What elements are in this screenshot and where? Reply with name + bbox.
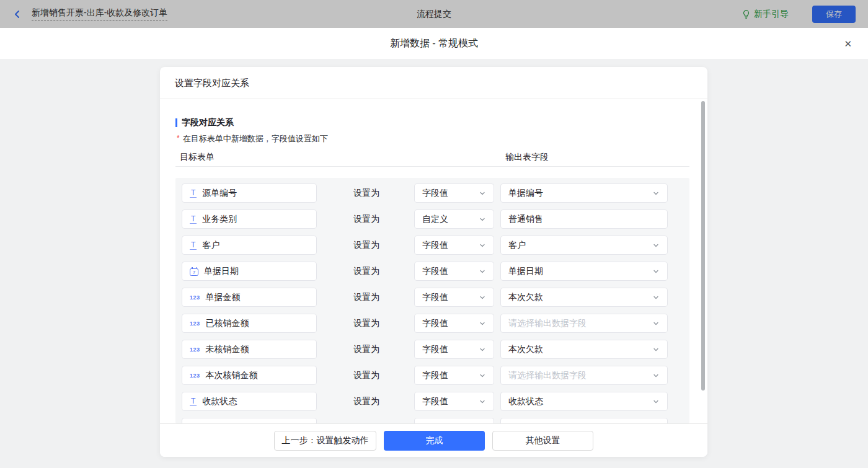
- target-field-label: 单据日期: [204, 266, 239, 277]
- beginner-guide-label: 新手引导: [754, 9, 789, 20]
- target-field-box[interactable]: 123 已核销金额: [182, 314, 317, 333]
- target-field-box[interactable]: 123 单据金额: [182, 288, 317, 307]
- target-field-label: 业务类别: [202, 214, 237, 225]
- value-mode-select[interactable]: 自定义: [414, 210, 494, 229]
- field-mapping-row: T 收款状态 设置为 字段值 收款状态: [182, 392, 689, 411]
- field-type-text-icon: T: [190, 215, 197, 224]
- set-as-label: 设置为: [353, 214, 379, 225]
- done-button[interactable]: 完成: [384, 431, 485, 451]
- add-data-modal: 新增数据 - 常规模式 ✕ 设置字段对应关系 字段对应关系 *在目标表单中新增数…: [0, 28, 868, 468]
- set-as-label: 设置为: [353, 396, 379, 407]
- field-type-text-icon: T: [190, 241, 197, 250]
- field-mapping-row: 7 单据日期 设置为 字段值 单据日期: [182, 262, 689, 281]
- output-field-text: 收款状态: [508, 396, 652, 407]
- flow-submit-label: 流程提交: [417, 9, 451, 20]
- section-accent-bar: [175, 118, 177, 127]
- target-field-box[interactable]: 123 本次核销金额: [182, 366, 317, 385]
- value-mode-select[interactable]: 字段值: [414, 340, 494, 359]
- mapping-note: *在目标表单中新增数据，字段值设置如下: [177, 133, 328, 144]
- output-field-select[interactable]: [500, 418, 668, 423]
- chevron-down-icon: [479, 320, 486, 327]
- value-mode-select[interactable]: 字段值: [414, 183, 494, 203]
- output-field-select[interactable]: 客户: [500, 236, 668, 255]
- value-mode-text: 字段值: [422, 396, 479, 407]
- output-field-text: 请选择输出数据字段: [508, 318, 652, 329]
- target-field-box[interactable]: 123 未核销金额: [182, 340, 317, 359]
- top-bar: 新增销售开票-出库-收款及修改订单 流程提交 新手引导 保存: [0, 0, 868, 28]
- field-type-number-icon: 123: [190, 373, 200, 379]
- card-title: 设置字段对应关系: [160, 67, 707, 99]
- target-field-label: 本次核销金额: [206, 370, 258, 381]
- chevron-down-icon: [652, 346, 660, 353]
- chevron-down-icon: [479, 242, 486, 249]
- output-field-text: 单据日期: [508, 266, 652, 277]
- section-title: 字段对应关系: [175, 117, 234, 128]
- field-mapping-card: 设置字段对应关系 字段对应关系 *在目标表单中新增数据，字段值设置如下 目标表单…: [160, 67, 707, 457]
- value-mode-text: 字段值: [422, 344, 479, 355]
- chevron-down-icon: [652, 398, 660, 405]
- output-field-select[interactable]: 单据日期: [500, 262, 668, 281]
- output-field-select[interactable]: 普通销售: [500, 210, 668, 229]
- rows-panel: T 源单编号 设置为 字段值 单据编号 T 业务类别 设置为 自定义: [175, 178, 689, 423]
- other-settings-button[interactable]: 其他设置: [492, 431, 593, 451]
- target-field-label: 收款状态: [202, 396, 237, 407]
- set-as-label: 设置为: [353, 344, 379, 355]
- target-field-box[interactable]: T 源单编号: [182, 183, 317, 203]
- scrollbar[interactable]: [701, 101, 705, 391]
- close-icon[interactable]: ✕: [844, 39, 852, 48]
- target-field-box[interactable]: T 客户: [182, 236, 317, 255]
- output-field-select[interactable]: 本次欠款: [500, 288, 668, 307]
- field-type-number-icon: 123: [190, 320, 200, 327]
- target-field-label: 未核销金额: [206, 344, 249, 355]
- target-field-box[interactable]: T 收款状态: [182, 392, 317, 411]
- beginner-guide-button[interactable]: 新手引导: [742, 9, 789, 20]
- modal-header: 新增数据 - 常规模式 ✕: [0, 28, 868, 59]
- target-field-box[interactable]: [182, 418, 317, 423]
- chevron-down-icon: [479, 294, 486, 301]
- set-as-label: 设置为: [353, 318, 379, 329]
- chevron-down-icon: [652, 242, 660, 249]
- value-mode-select[interactable]: 字段值: [414, 392, 494, 411]
- flow-title[interactable]: 新增销售开票-出库-收款及修改订单: [32, 7, 167, 21]
- target-field-box[interactable]: T 业务类别: [182, 210, 317, 229]
- output-field-select[interactable]: 请选择输出数据字段: [500, 314, 668, 333]
- value-mode-select[interactable]: 字段值: [414, 314, 494, 333]
- value-mode-text: 字段值: [422, 266, 479, 277]
- chevron-down-icon: [479, 346, 486, 353]
- target-field-box[interactable]: 7 单据日期: [182, 262, 317, 281]
- field-type-date-icon: 7: [190, 268, 198, 276]
- value-mode-text: 自定义: [422, 214, 479, 225]
- value-mode-text: 字段值: [422, 370, 479, 381]
- value-mode-select[interactable]: 字段值: [414, 366, 494, 385]
- prev-step-button[interactable]: 上一步：设置触发动作: [274, 431, 376, 451]
- output-field-select[interactable]: 本次欠款: [500, 340, 668, 359]
- chevron-down-icon: [652, 190, 660, 197]
- output-field-text: 客户: [508, 240, 652, 251]
- save-button[interactable]: 保存: [812, 6, 856, 23]
- output-field-select[interactable]: 请选择输出数据字段: [500, 366, 668, 385]
- field-mapping-row: T 业务类别 设置为 自定义 普通销售: [182, 210, 689, 229]
- value-mode-select[interactable]: [414, 418, 494, 423]
- output-field-text: 普通销售: [508, 214, 660, 225]
- chevron-down-icon: [479, 190, 486, 197]
- column-header-target-form: 目标表单: [180, 152, 215, 163]
- set-as-label: 设置为: [353, 292, 379, 303]
- output-field-select[interactable]: 收款状态: [500, 392, 668, 411]
- value-mode-select[interactable]: 字段值: [414, 262, 494, 281]
- chevron-down-icon: [479, 372, 486, 379]
- value-mode-text: 字段值: [422, 318, 479, 329]
- field-mapping-row: 123 单据金额 设置为 字段值 本次欠款: [182, 288, 689, 307]
- chevron-down-icon: [479, 398, 486, 405]
- output-field-select[interactable]: 单据编号: [500, 183, 668, 203]
- set-as-label: 设置为: [353, 240, 379, 251]
- back-button[interactable]: [12, 9, 22, 19]
- target-field-label: 客户: [202, 240, 219, 251]
- modal-body: 设置字段对应关系 字段对应关系 *在目标表单中新增数据，字段值设置如下 目标表单…: [0, 59, 868, 468]
- value-mode-select[interactable]: 字段值: [414, 236, 494, 255]
- value-mode-select[interactable]: 字段值: [414, 288, 494, 307]
- set-as-label: 设置为: [353, 188, 379, 199]
- field-mapping-row: 123 已核销金额 设置为 字段值 请选择输出数据字段: [182, 314, 689, 333]
- target-field-label: 已核销金额: [206, 318, 249, 329]
- field-mapping-row: 123 未核销金额 设置为 字段值 本次欠款: [182, 340, 689, 359]
- set-as-label: 设置为: [353, 266, 379, 277]
